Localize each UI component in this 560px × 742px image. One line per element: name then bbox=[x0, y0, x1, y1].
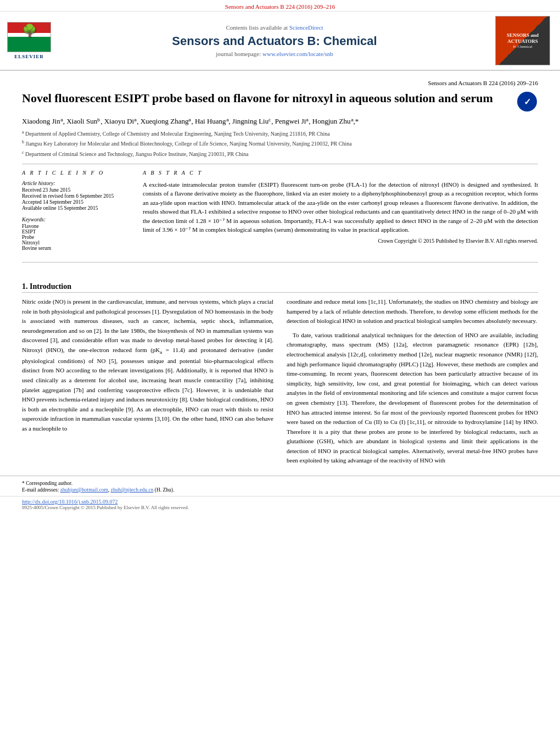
article-info-abstract: A R T I C L E I N F O Article history: R… bbox=[22, 170, 538, 256]
footnote-email: E-mail addresses: zhuhjun@hotmail.com, z… bbox=[22, 487, 538, 493]
citation-text: Sensors and Actuators B 224 (2016) 209–2… bbox=[225, 3, 335, 10]
abstract-column: A B S T R A C T A excited-state intramol… bbox=[143, 170, 538, 256]
keywords-section: Keywords: Flavone ESIPT Probe Nitroxyl B… bbox=[22, 216, 132, 251]
elsevier-logo: 🌳 ELSEVIER bbox=[4, 22, 54, 59]
article-history-section: Article history: Received 23 June 2015 R… bbox=[22, 180, 132, 211]
article-body: Sensors and Actuators B 224 (2016) 209–2… bbox=[0, 71, 560, 277]
authors: Xiaodong Jinᵃ, Xiaoli Sunᵇ, Xiaoyu Diᵃ, … bbox=[22, 117, 538, 126]
crossmark-logo: ✓ bbox=[516, 91, 538, 113]
keyword-5: Bovine serum bbox=[22, 246, 132, 251]
intro-col2-para2: To date, various traditional analytical … bbox=[287, 331, 538, 466]
affiliation-a: a Department of Applied Chemistry, Colle… bbox=[22, 129, 538, 138]
copyright-notice: Crown Copyright © 2015 Published by Else… bbox=[143, 238, 538, 244]
elsevier-wordmark: ELSEVIER bbox=[14, 54, 44, 59]
journal-url[interactable]: www.elsevier.com/locate/snb bbox=[262, 51, 333, 57]
divider-top bbox=[22, 164, 538, 164]
main-content: 1. Introduction Nitric oxide (NO) is pre… bbox=[0, 277, 560, 476]
history-item-3: Accepted 14 September 2015 bbox=[22, 199, 132, 205]
journal-header: 🌳 ELSEVIER Contents lists available at S… bbox=[0, 12, 560, 71]
intro-col1-text: Nitric oxide (NO) is present in the card… bbox=[22, 297, 273, 434]
email-link-1[interactable]: zhuhjun@hotmail.com bbox=[60, 487, 108, 493]
abstract-text: A excited-state intramolecular proton tr… bbox=[143, 180, 538, 235]
keyword-1: Flavone bbox=[22, 224, 132, 229]
article-info-column: A R T I C L E I N F O Article history: R… bbox=[22, 170, 132, 256]
sensors-logo-text: SENSORS andACTUATORS bbox=[507, 32, 539, 44]
keyword-4: Nitroxyl bbox=[22, 240, 132, 246]
sensors-actuators-logo: SENSORS andACTUATORS B: Chemical bbox=[495, 16, 550, 65]
email-suffix: (H. Zhu). bbox=[155, 487, 175, 493]
journal-homepage: journal homepage: www.elsevier.com/locat… bbox=[59, 51, 490, 57]
keyword-3: Probe bbox=[22, 235, 132, 240]
keywords-list: Flavone ESIPT Probe Nitroxyl Bovine seru… bbox=[22, 224, 132, 251]
sensors-logo-sub: B: Chemical bbox=[513, 44, 532, 49]
email-label: E-mail addresses: bbox=[22, 487, 59, 493]
history-heading: Article history: bbox=[22, 180, 132, 186]
affiliation-b: b Jiangsu Key Laboratory for Molecular a… bbox=[22, 139, 538, 148]
divider-bottom bbox=[22, 262, 538, 263]
bottom-bar: http://dx.doi.org/10.1016/j.snb.2015.09.… bbox=[0, 496, 560, 512]
contents-available: Contents lists available at ScienceDirec… bbox=[59, 24, 490, 31]
section-1-title: 1. Introduction bbox=[22, 282, 538, 293]
affiliation-c: c Department of Criminal Science and Tec… bbox=[22, 149, 538, 158]
history-item-2: Received in revised form 6 September 201… bbox=[22, 193, 132, 199]
footnote-star: * Corresponding author. bbox=[22, 481, 538, 486]
body-col-right: coordinate and reduce metal ions [1c,11]… bbox=[287, 297, 538, 470]
journal-title: Sensors and Actuators B: Chemical bbox=[59, 34, 490, 48]
history-item-4: Available online 15 September 2015 bbox=[22, 205, 132, 211]
body-col-left: Nitric oxide (NO) is present in the card… bbox=[22, 297, 273, 470]
journal-center: Contents lists available at ScienceDirec… bbox=[54, 24, 495, 57]
intro-col2-para1: coordinate and reduce metal ions [1c,11]… bbox=[287, 297, 538, 326]
body-columns: Nitric oxide (NO) is present in the card… bbox=[22, 297, 538, 470]
sciencedirect-link[interactable]: ScienceDirect bbox=[289, 24, 323, 31]
article-title: Novel fluorescent ESIPT probe based on f… bbox=[22, 91, 509, 107]
keyword-2: ESIPT bbox=[22, 229, 132, 235]
email-link-2[interactable]: zhuh@njtech.edu.cn bbox=[111, 487, 154, 493]
footnotes: * Corresponding author. E-mail addresses… bbox=[0, 476, 560, 496]
history-item-1: Received 23 June 2015 bbox=[22, 187, 132, 193]
issn-copyright: 0925-4005/Crown Copyright © 2015 Publish… bbox=[22, 505, 189, 510]
citation-line: Sensors and Actuators B 224 (2016) 209–2… bbox=[22, 80, 538, 86]
page: Sensors and Actuators B 224 (2016) 209–2… bbox=[0, 0, 560, 742]
elsevier-logo-image: 🌳 bbox=[7, 22, 51, 52]
top-bar: Sensors and Actuators B 224 (2016) 209–2… bbox=[0, 0, 560, 12]
abstract-heading: A B S T R A C T bbox=[143, 170, 538, 176]
affiliations: a Department of Applied Chemistry, Colle… bbox=[22, 129, 538, 158]
crossmark-circle: ✓ bbox=[517, 92, 537, 111]
article-info-heading: A R T I C L E I N F O bbox=[22, 170, 132, 176]
doi-link[interactable]: http://dx.doi.org/10.1016/j.snb.2015.09.… bbox=[22, 499, 118, 505]
keywords-heading: Keywords: bbox=[22, 216, 132, 222]
title-section: Novel fluorescent ESIPT probe based on f… bbox=[22, 91, 538, 113]
elsevier-tree-icon: 🌳 bbox=[22, 24, 37, 38]
